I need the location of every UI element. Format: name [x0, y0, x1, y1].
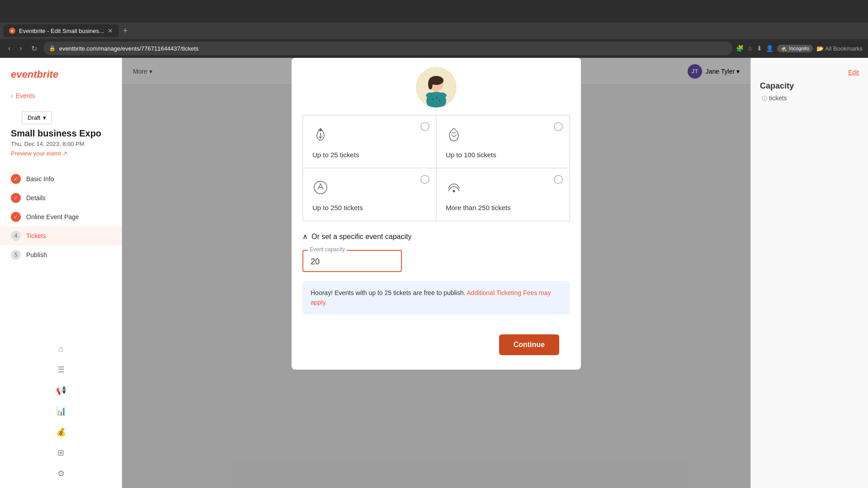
sidebar-item-publish[interactable]: 5 Publish — [0, 245, 122, 264]
tab-favicon: e — [9, 28, 15, 34]
capacity-header[interactable]: ∧ Or set a specific event capacity — [302, 232, 570, 241]
reload-button[interactable]: ↻ — [28, 42, 40, 55]
ticket-options-grid: Up to 25 tickets Up to 100 tickets — [302, 115, 570, 221]
draft-label: Draft — [28, 114, 40, 121]
sidebar-label-basic-info: Basic Info — [26, 175, 54, 183]
event-capacity-wrapper: Event capacity — [302, 250, 402, 272]
label-more250: More than 250 tickets — [446, 204, 510, 211]
extensions-icon[interactable]: 🧩 — [736, 45, 744, 52]
nav-actions: 🧩 ☆ ⬇ 👤 🕵 Incognito 📂 All Bookmarks — [736, 45, 863, 52]
sidebar-label-publish: Publish — [26, 251, 47, 258]
incognito-icon: 🕵 — [781, 46, 787, 52]
sidebar-item-tickets[interactable]: 4 Tickets — [0, 226, 122, 245]
info-text: Hooray! Events with up to 25 tickets are… — [311, 289, 465, 296]
sidebar-item-online-event-page[interactable]: ✓ Online Event Page — [0, 207, 122, 226]
analytics-icon[interactable]: 📊 — [0, 402, 122, 421]
sidebar-label-details: Details — [26, 194, 46, 202]
capacity-modal: Up to 25 tickets Up to 100 tickets — [292, 58, 581, 370]
right-panel-title: Capacity — [760, 81, 859, 91]
back-chevron-icon: ‹ — [11, 92, 13, 99]
bookmarks-all-icon[interactable]: 📂 All Bookmarks — [816, 45, 863, 52]
home-icon[interactable]: ⌂ — [0, 340, 122, 358]
megaphone-icon[interactable]: 📢 — [0, 381, 122, 400]
avatar-illustration — [416, 67, 457, 108]
browser-tab-bar: e Eventbrite - Edit Small busines... ✕ + — [0, 23, 868, 39]
browser-chrome — [0, 0, 868, 23]
eventbrite-logo: eventbrite — [0, 65, 122, 89]
icon-up100 — [446, 127, 462, 146]
tab-close-button[interactable]: ✕ — [108, 27, 113, 34]
label-up25: Up to 25 tickets — [312, 151, 359, 159]
event-capacity-field-label: Event capacity — [308, 246, 347, 253]
profile-icon[interactable]: 👤 — [766, 45, 774, 52]
event-title: Small business Expo — [11, 128, 111, 139]
modal-footer: Continue — [292, 314, 581, 355]
sidebar-label-online-event: Online Event Page — [26, 213, 79, 221]
main-layout: eventbrite ‹ Events Draft ▾ Small busine… — [0, 58, 868, 488]
check-icon-basic-info: ✓ — [11, 174, 21, 184]
svg-point-6 — [436, 97, 438, 99]
incognito-badge: 🕵 Incognito — [777, 45, 813, 52]
capacity-chevron-icon: ∧ — [302, 232, 308, 241]
edit-link[interactable]: Edit — [848, 69, 859, 76]
icon-up250 — [312, 179, 329, 199]
ticket-option-up250[interactable]: Up to 250 tickets — [303, 168, 436, 221]
icon-more250 — [446, 179, 462, 199]
url-text: eventbrite.com/manage/events/77671164443… — [59, 45, 199, 52]
num-badge-publish: 5 — [11, 250, 21, 260]
incognito-label: Incognito — [789, 46, 809, 51]
download-icon[interactable]: ⬇ — [757, 45, 762, 52]
finance-icon[interactable]: 💰 — [0, 422, 122, 441]
sidebar-label-tickets: Tickets — [26, 232, 46, 239]
apps-icon[interactable]: ⊞ — [0, 443, 122, 462]
new-tab-button[interactable]: + — [120, 26, 131, 36]
back-button[interactable]: ‹ — [5, 42, 13, 54]
preview-event-link[interactable]: Preview your event ↗ — [11, 150, 111, 157]
help-icon[interactable]: ? — [0, 485, 122, 488]
label-up250: Up to 250 tickets — [312, 204, 363, 211]
svg-point-4 — [428, 79, 433, 89]
sidebar-bottom-icons: ⌂ ☰ 📢 📊 💰 ⊞ ⚙ ? — [0, 340, 122, 488]
browser-tab-active[interactable]: e Eventbrite - Edit Small busines... ✕ — [4, 24, 118, 37]
ticket-option-more250[interactable]: More than 250 tickets — [436, 168, 570, 221]
right-panel-edit-area: Edit — [760, 69, 859, 76]
svg-point-5 — [432, 99, 434, 100]
ticket-option-up100[interactable]: Up to 100 tickets — [436, 115, 570, 168]
content-area: More ▾ JT Jane Tyler ▾ — [122, 58, 750, 488]
tab-title: Eventbrite - Edit Small busines... — [19, 28, 104, 34]
capacity-section: ∧ Or set a specific event capacity Event… — [302, 232, 570, 272]
radio-up25[interactable] — [420, 122, 429, 131]
sidebar: eventbrite ‹ Events Draft ▾ Small busine… — [0, 58, 122, 488]
num-badge-tickets: 4 — [11, 231, 21, 241]
check-icon-details: ✓ — [11, 193, 21, 203]
icon-up25 — [312, 127, 329, 146]
label-up100: Up to 100 tickets — [446, 151, 496, 159]
lock-icon: 🔒 — [49, 45, 56, 52]
event-info: Draft ▾ Small business Expo Thu, Dec 14,… — [0, 102, 122, 162]
modal-avatar-area — [292, 58, 581, 108]
back-to-events[interactable]: ‹ Events — [0, 89, 122, 102]
radio-up100[interactable] — [554, 122, 563, 131]
svg-point-14 — [453, 190, 455, 192]
continue-button[interactable]: Continue — [499, 334, 559, 355]
ticket-option-up25[interactable]: Up to 25 tickets — [303, 115, 436, 168]
forward-button[interactable]: › — [17, 42, 24, 54]
event-date: Thu, Dec 14, 2023, 8:00 PM — [11, 141, 111, 147]
sidebar-item-basic-info[interactable]: ✓ Basic Info — [0, 169, 122, 188]
sidebar-item-details[interactable]: ✓ Details — [0, 188, 122, 207]
draft-button[interactable]: Draft ▾ — [22, 111, 52, 124]
capacity-section-label: Or set a specific event capacity — [311, 233, 411, 241]
bookmark-icon[interactable]: ☆ — [747, 45, 753, 52]
address-bar[interactable]: 🔒 eventbrite.com/manage/events/776711644… — [43, 42, 733, 55]
sidebar-nav: ✓ Basic Info ✓ Details ✓ Online Event Pa… — [0, 169, 122, 264]
right-panel-value: ⓘ tickets — [760, 94, 859, 103]
tickets-info-icon[interactable]: ⓘ — [762, 95, 767, 102]
radio-up250[interactable] — [420, 175, 429, 184]
draft-chevron-icon: ▾ — [43, 114, 46, 121]
settings-icon[interactable]: ⚙ — [0, 464, 122, 483]
avatar-svg — [416, 67, 457, 108]
nav-bar: ‹ › ↻ 🔒 eventbrite.com/manage/events/776… — [0, 39, 868, 58]
event-capacity-input[interactable] — [302, 250, 402, 272]
list-icon[interactable]: ☰ — [0, 360, 122, 379]
radio-more250[interactable] — [554, 175, 563, 184]
